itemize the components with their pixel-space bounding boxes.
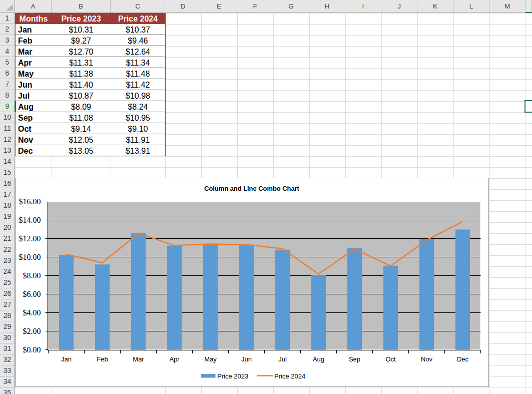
svg-text:$16.00: $16.00 xyxy=(19,197,41,206)
svg-text:Mar: Mar xyxy=(133,355,144,363)
svg-text:Price 2023: Price 2023 xyxy=(217,372,248,380)
svg-text:Jul: Jul xyxy=(278,355,287,363)
svg-text:$10.00: $10.00 xyxy=(19,253,41,261)
svg-text:$14.00: $14.00 xyxy=(19,216,41,224)
svg-text:$4.00: $4.00 xyxy=(23,308,41,317)
svg-text:$8.00: $8.00 xyxy=(23,271,41,280)
svg-text:Aug: Aug xyxy=(313,355,324,363)
svg-text:May: May xyxy=(204,355,217,363)
svg-text:Feb: Feb xyxy=(97,355,108,363)
svg-text:Column and Line Combo Chart: Column and Line Combo Chart xyxy=(204,185,299,192)
svg-text:$2.00: $2.00 xyxy=(23,327,41,335)
svg-text:Oct: Oct xyxy=(385,355,396,363)
svg-text:Apr: Apr xyxy=(169,355,180,363)
svg-text:Price 2024: Price 2024 xyxy=(274,372,305,380)
svg-text:Nov: Nov xyxy=(421,355,433,363)
svg-text:$0.00: $0.00 xyxy=(23,345,41,354)
svg-text:$12.00: $12.00 xyxy=(19,234,41,243)
svg-text:$6.00: $6.00 xyxy=(23,290,41,298)
svg-text:Sep: Sep xyxy=(349,355,360,363)
svg-text:Jun: Jun xyxy=(241,355,252,363)
svg-text:Dec: Dec xyxy=(457,355,469,363)
svg-text:Jan: Jan xyxy=(61,355,72,363)
